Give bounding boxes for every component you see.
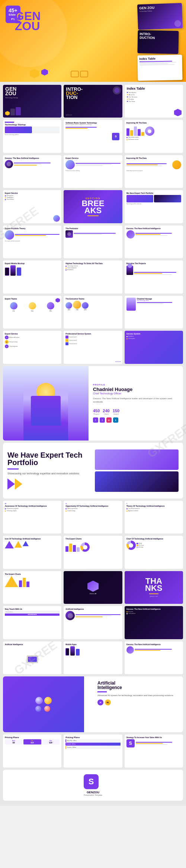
index-item: Our Team [127, 100, 181, 102]
slides-row-6: Expert Mobile Mockup Highest Technology … [3, 260, 183, 293]
preview-title-3: Index Table [140, 57, 180, 61]
thanks-title: THANKS [145, 578, 162, 592]
index-item: About Us [127, 94, 181, 96]
slide-index-table: Index Table Introduction About Us Our Se… [125, 85, 183, 118]
portfolio-theory-title: Expert Portfolio Theory [5, 227, 60, 230]
slide-chadniel: Chadniel Huoage Chief Technology Officer [125, 296, 183, 329]
strategy-title: Strategy To Increase Your Sales With Us [126, 736, 181, 739]
portfolio-img-1 [95, 449, 179, 470]
robotize-title: Robotize The Projects [126, 262, 181, 265]
slide-improving: Improving All The Data Data analysis sys… [125, 120, 183, 153]
breaks-title: BREEAKS [81, 200, 104, 214]
artificial-int-title: Artificial Intelligence [65, 608, 120, 610]
expert-left-title: Expert Service [5, 192, 60, 194]
genzou-main-title: GENZOU [5, 87, 59, 96]
donut-chart [80, 542, 90, 552]
slide-prof-1: Expert Service 1 Advanced AI system 2 Da… [3, 331, 61, 363]
arrow-2 [15, 478, 22, 490]
hex-team [55, 298, 60, 302]
prof1-title: Expert Service [5, 333, 60, 335]
slide-thanks: THANKS genzou.com [125, 571, 183, 604]
slides-row-2: Technology Startup Genzou technology pla… [3, 120, 183, 153]
highest-tech-title: Highest Technology To Solve All The Data [65, 262, 120, 265]
person-figure [23, 381, 68, 441]
executive-teams-title: The Executive Teams [65, 298, 120, 300]
expert-charts-title: The Expert Charts [65, 538, 120, 540]
stat-projects: 450 Project [93, 409, 100, 415]
person-role: Chief Technology Officer [93, 392, 179, 395]
slide-professional-service: Professional Service System Service Leve… [64, 331, 122, 363]
person-illustration-side [3, 366, 89, 441]
genzou-bottom-title: Genzou: The New Artificial Intelligence [126, 643, 181, 646]
slides-row-7: Expert Teams John Sara Mike T [3, 296, 183, 329]
slides-row-11: The Expert Charts Genzou AI THANKS genzo… [3, 571, 183, 604]
hex-purple [41, 69, 48, 76]
slide-chart-tech: Chart Of Technology Artificial Intellige… [125, 536, 183, 568]
icon-tech-title: Icon Of Technology Artificial Intelligen… [5, 538, 60, 540]
big-portfolio-card: We Have Expert Tech Portfolio Showcasing… [3, 443, 183, 499]
genzou-subtitle: Technology Startup [5, 97, 59, 99]
donut-chart-2 [126, 541, 136, 550]
slide-stay-touch: Stay Touch With Us Email address SEND ME… [3, 606, 61, 639]
slide-strategy: Strategy To Increase Your Sales With Us … [125, 734, 183, 767]
portfolio-arrows [7, 478, 91, 490]
hero-banner: 45+ Slides P1 GEN ZOU GEN ZOU Technology… [0, 0, 186, 82]
pricing-1-title: Pricing Plans [5, 736, 60, 739]
slide-expert-left: Expert Service AI Integration Data Analy… [3, 190, 61, 223]
slide-expert-charts2: The Expert Charts [3, 571, 61, 604]
expert-service-title: Expert Service [65, 157, 120, 159]
index-item: Introduction [127, 92, 181, 93]
hex-yellow [30, 69, 39, 78]
chadniel-photo [126, 298, 136, 311]
stat-clients: 240 Client [103, 409, 109, 415]
slide-genzou-new: Genzou: The New Artificial Intelligence [3, 155, 61, 188]
pricing-2-title: Pricing Plans [65, 736, 120, 739]
large-ai-card: ArtificialIntelligence Advanced AI syste… [3, 676, 183, 732]
preview-title-2: INTRO-DUCTION [140, 32, 177, 40]
slides-row-14: Pricing Plans Basic $9 Pro $19 Elite $29… [3, 734, 183, 767]
slide-genzou-new2: Genzou: The New Artificial Intelligence [125, 225, 183, 258]
artificial-int2-title: Artificial Intelligence [5, 643, 60, 646]
service-person-thumb [53, 215, 60, 222]
phone-right [76, 649, 80, 656]
tech-startup-title: Technology Startup [5, 124, 60, 126]
index-title: Index Table [127, 87, 181, 90]
hex-index [174, 109, 182, 116]
person-stats: 450 Project 240 Client 150 Award [93, 409, 179, 415]
professional-title: Professional Service System [65, 333, 120, 335]
preview-slide-1: GEN ZOU Technology Startup [137, 3, 183, 30]
team-card-1: John [5, 301, 23, 313]
slide-improving2: Improving All The Data Global data impro… [125, 155, 183, 188]
slide-pricing-1: Pricing Plans Basic $9 Pro $19 Elite $29 [3, 734, 61, 767]
slide-awareness: W Awareness Of Technology Artificial Int… [3, 501, 61, 534]
slides-row-13: Artificial Intelligence Mobile Apps Genz… [3, 641, 183, 674]
slide-opportunity: O Opportunity Of Technology Artificial I… [64, 501, 122, 534]
slide-software-basic: Software Basic System Technology Advance… [64, 120, 122, 153]
person-bio: Genzou: The New Artificial Intelligence … [93, 397, 179, 403]
awareness-title: Awareness Of Technology Artificial Intel… [5, 505, 60, 507]
person-full-name: Chadniel Huoage [93, 387, 179, 392]
slide-tech-startup: Technology Startup Genzou technology pla… [3, 120, 61, 153]
slide-breaks: SECTION BREEAKS [64, 190, 122, 223]
slide-artificial-int2: Artificial Intelligence [3, 641, 61, 674]
genzou-new2-title: Genzou: The New Artificial Intelligence [126, 227, 181, 230]
slide-highest-tech: Highest Technology To Solve All The Data… [64, 260, 122, 293]
person-thumb [65, 160, 75, 169]
slide-genzou-bottom: Genzou: The New Artificial Intelligence [125, 641, 183, 674]
social-icons-row: f t in li [93, 417, 179, 423]
preview-slide-2: INTRO-DUCTION [137, 30, 179, 54]
phone-mockup-2 [10, 265, 16, 276]
slides-row-12: Stay Touch With Us Email address SEND ME… [3, 606, 183, 639]
slide-mobile-mockup: Expert Mobile Mockup [3, 260, 61, 293]
slide-portfolio: We Have Expert Tech Portfolio Technology… [125, 190, 183, 223]
sphere-cluster-deco [35, 697, 52, 712]
slide-robotize: Robotize The Projects [125, 260, 183, 293]
ai-left-panel [3, 676, 84, 732]
laptop-mockup [27, 656, 38, 663]
brand-name2: ZOU [15, 21, 41, 31]
slide-theory: T Theory Of Technology Artificial Intell… [125, 501, 183, 534]
arrow-1 [7, 478, 15, 490]
slides-row-9: W Awareness Of Technology Artificial Int… [3, 501, 183, 534]
expert-teams-title: Expert Teams [5, 298, 60, 300]
chart-tech-title: Chart Of Technology Artificial Intellige… [126, 538, 181, 540]
